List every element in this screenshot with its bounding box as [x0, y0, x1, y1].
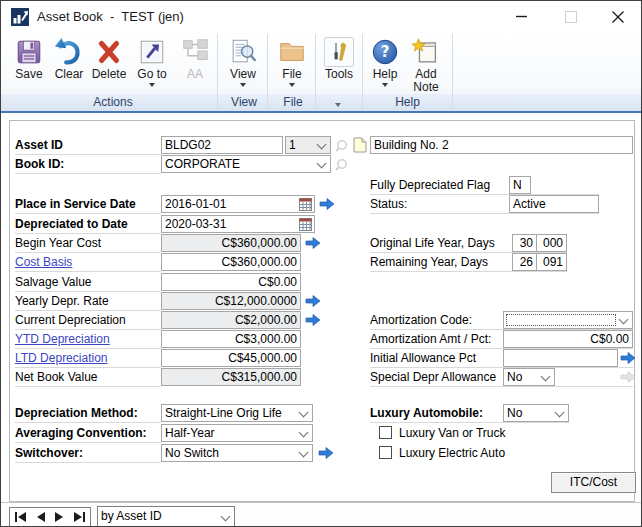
- delete-button[interactable]: Delete: [89, 34, 129, 94]
- luxury-electric-auto-checkbox[interactable]: [379, 446, 392, 459]
- calendar-icon[interactable]: [299, 198, 312, 213]
- chevron-down-icon: [221, 512, 231, 522]
- current-depreciation-field: C$2,000.00: [161, 311, 301, 329]
- clear-button[interactable]: Clear: [49, 34, 89, 94]
- chevron-down-icon: [541, 372, 551, 382]
- book-id-lookup-icon: [333, 157, 349, 171]
- luxury-van-or-truck-checkbox[interactable]: [379, 426, 392, 439]
- save-button[interactable]: Save: [9, 34, 49, 94]
- chevron-down-icon: [317, 140, 327, 150]
- status-field: Active: [509, 195, 599, 213]
- place-in-service-expansion-arrow[interactable]: [319, 197, 335, 211]
- tools-icon: [318, 34, 360, 67]
- next-record-icon[interactable]: [54, 512, 65, 522]
- yearly-depr-rate-expansion-arrow[interactable]: [305, 294, 321, 308]
- ytd-depreciation-link[interactable]: YTD Depreciation: [15, 330, 110, 348]
- net-book-value-label: Net Book Value: [15, 368, 98, 386]
- save-icon: [9, 34, 49, 67]
- cost-basis-link[interactable]: Cost Basis: [15, 253, 72, 271]
- yearly-depr-rate-label: Yearly Depr. Rate: [15, 292, 109, 310]
- special-depr-allowance-combo[interactable]: No: [503, 368, 555, 386]
- ltd-depreciation-field[interactable]: C$45,000.00: [161, 349, 301, 367]
- ytd-depreciation-field[interactable]: C$3,000.00: [161, 330, 301, 348]
- tools-overflow-icon[interactable]: [335, 103, 341, 107]
- switchover-expansion-arrow[interactable]: [318, 446, 334, 460]
- group-separator: [267, 34, 268, 110]
- view-dropdown-icon: [240, 83, 246, 87]
- initial-allowance-pct-label: Initial Allowance Pct: [370, 349, 476, 367]
- goto-button[interactable]: Go to: [129, 34, 175, 94]
- luxury-automobile-combo[interactable]: No: [503, 404, 569, 422]
- chevron-down-icon: [299, 408, 309, 418]
- add-note-button[interactable]: Add Note: [404, 34, 448, 94]
- clear-undo-icon: [49, 34, 89, 67]
- last-record-icon[interactable]: [73, 512, 86, 522]
- view-button[interactable]: View: [221, 34, 265, 94]
- asset-description-field[interactable]: Building No. 2: [370, 136, 633, 154]
- window-title: Asset Book - TEST (jen): [37, 9, 184, 24]
- initial-allowance-expansion-arrow[interactable]: [620, 351, 636, 365]
- file-folder-icon: [271, 34, 313, 67]
- add-note-icon: [404, 34, 448, 67]
- salvage-value-field[interactable]: C$0.00: [161, 273, 301, 291]
- original-life-years-field: 30: [512, 234, 537, 252]
- asset-book-window: Asset Book - TEST (jen) Save: [0, 0, 642, 527]
- depreciated-to-date-field[interactable]: 2020-03-31: [161, 215, 315, 233]
- group-label-view: View: [221, 95, 267, 110]
- averaging-convention-combo[interactable]: Half-Year: [161, 424, 313, 442]
- app-icon: [11, 8, 29, 26]
- fully-depreciated-flag-label: Fully Depreciated Flag: [370, 176, 490, 194]
- fully-depreciated-flag-field: N: [509, 176, 531, 194]
- amortization-amt-pct-field[interactable]: C$0.00: [503, 330, 633, 348]
- ribbon-accent-line: [1, 111, 641, 113]
- asset-id-field[interactable]: BLDG02: [161, 136, 283, 154]
- help-button[interactable]: ? Help: [365, 34, 405, 94]
- view-document-icon: [221, 34, 265, 67]
- file-dropdown-icon: [289, 83, 295, 87]
- luxury-van-or-truck-label: Luxury Van or Truck: [399, 424, 506, 442]
- aa-button: AA: [177, 34, 213, 94]
- group-label-actions: Actions: [9, 95, 217, 110]
- place-in-service-date-field[interactable]: 2016-01-01: [161, 195, 315, 213]
- book-id-combo[interactable]: CORPORATE: [161, 155, 331, 173]
- minimize-button[interactable]: [504, 1, 538, 32]
- group-label-file: File: [271, 95, 315, 110]
- tools-button[interactable]: Tools: [318, 34, 360, 94]
- remaining-life-days-field: 091: [536, 253, 567, 271]
- asset-id-suffix-combo: 1: [285, 136, 331, 154]
- previous-record-icon[interactable]: [35, 512, 46, 522]
- net-book-value-field: C$315,000.00: [161, 368, 301, 386]
- chevron-down-icon: [299, 428, 309, 438]
- attachment-note-icon[interactable]: [353, 137, 369, 151]
- amortization-code-label: Amortization Code:: [370, 311, 472, 329]
- ltd-depreciation-link[interactable]: LTD Depreciation: [15, 349, 107, 367]
- current-depreciation-expansion-arrow[interactable]: [305, 313, 321, 327]
- first-record-icon[interactable]: [14, 512, 27, 522]
- chevron-down-icon: [555, 408, 565, 418]
- asset-id-lookup-icon: [333, 138, 349, 152]
- depreciation-method-combo[interactable]: Straight-Line Orig Life: [161, 404, 313, 422]
- amortization-amt-pct-label: Amortization Amt / Pct:: [370, 330, 491, 348]
- file-button[interactable]: File: [271, 34, 313, 94]
- group-separator: [452, 34, 453, 110]
- chevron-down-icon: [317, 159, 327, 169]
- vcr-navigation: [9, 507, 91, 527]
- cost-basis-field[interactable]: C$360,000.00: [161, 253, 301, 271]
- initial-allowance-pct-field[interactable]: [503, 349, 618, 367]
- group-label-help: Help: [365, 95, 450, 110]
- calendar-icon[interactable]: [299, 218, 312, 233]
- switchover-combo[interactable]: No Switch: [161, 444, 313, 462]
- book-id-label: Book ID:: [15, 155, 64, 173]
- salvage-value-label: Salvage Value: [15, 273, 92, 291]
- yearly-depr-rate-field: C$12,000.0000: [161, 292, 301, 310]
- begin-year-cost-label: Begin Year Cost: [15, 234, 101, 252]
- begin-year-cost-expansion-arrow[interactable]: [305, 236, 321, 250]
- group-separator: [362, 34, 363, 110]
- group-separator: [315, 34, 316, 110]
- itc-cost-button[interactable]: ITC/Cost: [551, 472, 636, 493]
- amortization-code-combo[interactable]: [503, 311, 633, 329]
- original-life-label: Original Life Year, Days: [370, 234, 495, 252]
- close-button[interactable]: [601, 1, 635, 32]
- status-label: Status:: [370, 195, 407, 213]
- sort-by-combo[interactable]: by Asset ID: [97, 506, 235, 527]
